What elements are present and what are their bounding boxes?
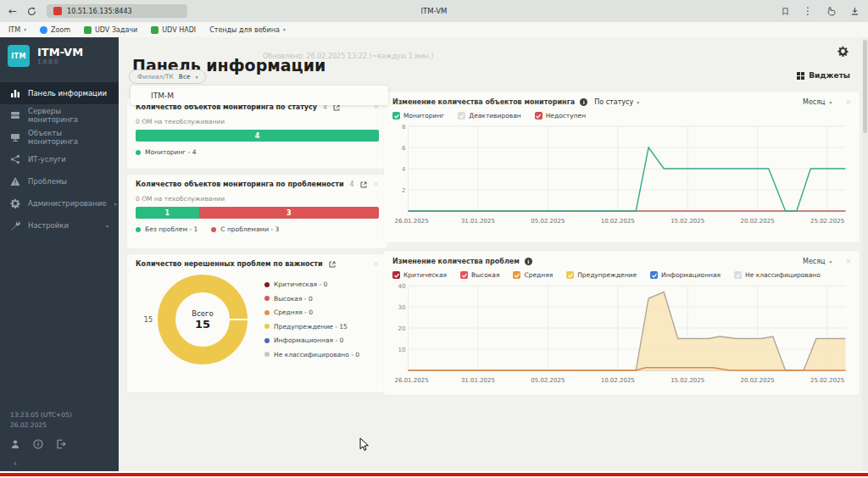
grid-icon [797,72,804,80]
logout-icon[interactable] [56,439,66,449]
url-bar[interactable]: 10.51.16.135:8443 [47,4,187,18]
widgets-button[interactable]: Виджеты [797,71,850,80]
bookmark-label: Стенды для вебина [209,26,280,34]
legend-item: Без проблем - 1 [136,225,198,233]
bookmark-zoom[interactable]: Zoom [40,26,70,34]
sidebar-collapse-chevron[interactable]: ‹ [14,459,17,468]
app-logo: ITM [8,45,30,67]
updated-status: Обновлено: 26.02.2025 13:22 (~каждую 1 м… [263,53,433,60]
external-link-icon[interactable] [329,261,336,268]
chevron-down-icon: ▾ [283,27,286,32]
period-select[interactable]: Месяц ▾ [803,98,832,106]
legend-checkbox-warning[interactable]: Предупреждение [566,271,637,279]
svg-text:10.02.2025: 10.02.2025 [601,218,635,225]
info-icon[interactable]: i [580,98,587,106]
chart-title: Изменение количества проблем [392,258,520,265]
objects-line-chart[interactable]: 26.01.202531.01.202505.02.202510.02.2025… [392,123,851,226]
bar-segment: 3 [199,207,379,219]
card-objects-by-problems: Количество объектов мониторинга по пробл… [127,175,387,248]
screen-share-border [0,473,868,476]
bookmark-folder-stands[interactable]: Стенды для вебина ▾ [209,26,285,34]
filter-dropdown-option-itm-m[interactable]: ITM-M [131,86,388,105]
scrollbar[interactable] [862,37,868,471]
bookmark-icon[interactable] [782,7,789,16]
legend-dot [136,150,141,155]
period-value: Месяц [803,258,825,265]
sidebar-nav: Панель информации Серверы мониторинга Об… [0,82,119,236]
sidebar-clock: 13:23:05 (UTC+05) 26.02.2025 [10,410,72,431]
dashboard-settings-gear-icon[interactable] [837,46,849,57]
close-icon[interactable]: × [845,258,851,265]
card-unresolved-by-severity: Количество нерешенных проблем по важност… [127,254,387,392]
legend-checkbox-monitoring[interactable]: Мониторинг [392,112,444,119]
sidebar-item-label: Объекты мониторинга [28,129,108,146]
close-icon[interactable]: × [373,260,379,268]
hand-cursor-icon[interactable] [826,6,837,16]
filter-label: Филиал/ТК [137,73,174,81]
severity-donut-chart[interactable]: Всего 15 [158,275,248,364]
period-select[interactable]: Месяц ▾ [803,258,832,265]
kebab-menu-icon[interactable]: ⋮ [803,6,813,16]
branch-filter[interactable]: Филиал/ТК Все ▾ [129,69,206,84]
sidebar-item-dashboard[interactable]: Панель информации [0,82,119,104]
legend-label: Средняя [524,271,553,279]
close-icon[interactable]: × [373,181,379,188]
info-icon[interactable]: i [525,258,532,265]
sidebar-item-it-services[interactable]: ИТ-услуги [0,148,119,170]
donut-value-label: 15 [136,316,153,324]
bookmark-udv-hadi[interactable]: UDV HADI [151,26,196,34]
bar-segment: 1 [136,207,199,219]
back-icon[interactable]: ← [8,6,17,16]
clock-date: 26.02.2025 [10,420,72,431]
chevron-down-icon: ▾ [24,27,26,32]
legend-dot [264,296,270,301]
problems-area-chart[interactable]: 26.01.202531.01.202505.02.202510.02.2025… [392,282,851,386]
download-icon[interactable] [850,7,860,16]
sidebar-item-objects[interactable]: Объекты мониторинга [0,126,119,148]
legend-label: Предупреждение - 15 [274,323,348,331]
card-title: Количество объектов мониторинга по пробл… [136,181,344,188]
browser-chrome: ← 10.51.16.135:8443 ITM-VM ⋮ [0,0,868,22]
group-by-select[interactable]: По статусу ▾ [594,98,639,106]
legend-checkbox-high[interactable]: Высокая [460,271,499,279]
app-logo-block: ITM ITM-VM 1.8.8.0 [0,37,119,70]
legend-checkbox-critical[interactable]: Критическая [392,271,447,279]
close-icon[interactable]: × [845,98,851,106]
chart-title: Изменение количества объектов мониторинг… [392,98,575,106]
chevron-down-icon: ▾ [830,259,832,264]
legend-item: Критическая - 0 [264,281,359,288]
legend-checkbox-medium[interactable]: Средняя [513,271,553,279]
sidebar-item-label: Серверы мониторинга [28,107,108,124]
user-icon[interactable] [10,439,20,449]
external-link-icon[interactable] [360,181,367,188]
checkbox-icon [650,271,658,279]
browser-actions: ⋮ [782,6,860,16]
svg-text:31.01.2025: 31.01.2025 [461,377,495,384]
sidebar-item-administration[interactable]: Администрирование ▾ [0,192,119,214]
legend-label: Без проблем - 1 [145,225,198,233]
sidebar-footer-icons [10,439,66,449]
bookmark-itm[interactable]: ITM ▾ [8,26,26,34]
legend-item: Мониторинг - 4 [136,148,197,156]
left-column: Количество объектов мониторинга по стату… [127,97,387,392]
info-icon[interactable] [33,439,43,449]
dashboard-main: Панель информации Обновлено: 26.02.2025 … [119,37,862,471]
scrollbar-thumb[interactable] [863,40,867,133]
legend-label: Мониторинг - 4 [145,148,197,156]
legend-checkbox-unavailable[interactable]: Недоступен [535,112,586,119]
bar-segment: 4 [136,130,379,142]
legend-checkbox-unclassified[interactable]: Не классифицировано [734,271,821,279]
sidebar-item-settings[interactable]: Настройки ▾ [0,214,119,236]
checkbox-icon [535,112,542,119]
group-by-value: По статусу [594,98,633,106]
reload-icon[interactable] [27,7,36,16]
legend-checkbox-deactivated[interactable]: Деактивирован [458,112,520,119]
sidebar-item-servers[interactable]: Серверы мониторинга [0,104,119,126]
legend-item: Предупреждение - 15 [264,323,359,331]
legend-checkbox-informational[interactable]: Информационная [650,271,721,279]
bookmark-udv-tasks[interactable]: UDV Задачи [84,26,137,34]
legend-dot [136,227,141,232]
sidebar-item-problems[interactable]: Проблемы [0,170,119,192]
svg-text:40: 40 [398,283,406,290]
bookmark-label: UDV Задачи [95,26,137,34]
